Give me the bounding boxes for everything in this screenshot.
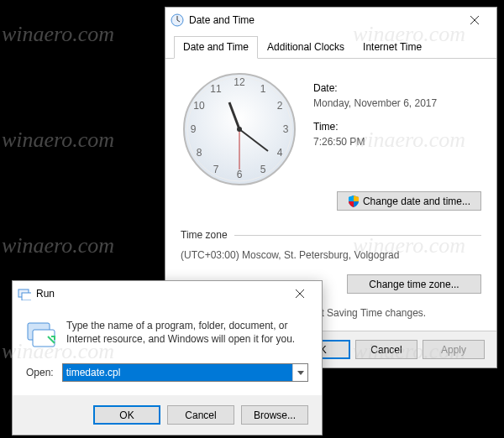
svg-point-22 [237, 127, 242, 132]
svg-text:2: 2 [277, 100, 283, 112]
svg-text:9: 9 [191, 123, 197, 135]
svg-text:1: 1 [260, 83, 266, 95]
change-timezone-button[interactable]: Change time zone... [347, 274, 481, 294]
time-value: 7:26:50 PM [313, 136, 481, 148]
clock-app-icon [171, 13, 184, 27]
date-label: Date: [313, 82, 481, 94]
change-date-time-button[interactable]: Change date and time... [337, 191, 481, 211]
cancel-button[interactable]: Cancel [355, 340, 417, 359]
watermark-text: winaero.com [2, 128, 114, 153]
tab-additional-clocks[interactable]: Additional Clocks [258, 36, 354, 58]
change-date-time-label: Change date and time... [363, 196, 470, 207]
browse-button[interactable]: Browse... [241, 405, 308, 425]
watermark-text: winaero.com [2, 22, 114, 47]
tab-date-and-time[interactable]: Date and Time [174, 36, 258, 59]
svg-text:12: 12 [234, 76, 245, 88]
titlebar[interactable]: Run [13, 281, 322, 306]
chevron-down-icon[interactable] [292, 364, 307, 381]
titlebar[interactable]: Date and Time [165, 8, 496, 33]
run-app-icon [18, 287, 31, 300]
close-icon[interactable] [458, 8, 491, 32]
run-big-icon [26, 320, 56, 350]
shield-icon [348, 196, 360, 207]
run-dialog: Run Type the name of a program, folder, … [12, 280, 323, 435]
time-label: Time: [313, 121, 481, 133]
close-icon[interactable] [283, 282, 317, 305]
cancel-button[interactable]: Cancel [167, 405, 234, 425]
open-input[interactable] [63, 364, 292, 381]
tab-strip: Date and Time Additional Clocks Internet… [165, 33, 496, 59]
open-combobox[interactable] [62, 363, 308, 382]
date-value: Monday, November 6, 2017 [313, 97, 481, 109]
svg-text:5: 5 [260, 164, 266, 175]
svg-text:7: 7 [213, 164, 219, 175]
timezone-value: (UTC+03:00) Moscow, St. Petersburg, Volg… [181, 249, 481, 261]
open-label: Open: [26, 367, 54, 378]
apply-button[interactable]: Apply [423, 340, 485, 359]
svg-text:11: 11 [210, 83, 222, 95]
svg-text:8: 8 [197, 147, 202, 159]
svg-rect-24 [22, 293, 31, 300]
timezone-header: Time zone [181, 229, 228, 241]
svg-text:4: 4 [277, 147, 283, 159]
divider [234, 235, 481, 236]
window-title: Run [36, 288, 283, 300]
svg-rect-28 [33, 330, 55, 347]
ok-button[interactable]: OK [93, 405, 160, 425]
svg-text:3: 3 [283, 123, 289, 135]
svg-text:10: 10 [193, 100, 205, 112]
run-message: Type the name of a program, folder, docu… [66, 320, 308, 346]
analog-clock: 12369 12 45 78 1011 [181, 70, 298, 188]
svg-text:6: 6 [237, 169, 243, 180]
watermark-text: winaero.com [2, 233, 114, 258]
window-title: Date and Time [189, 14, 458, 26]
tab-internet-time[interactable]: Internet Time [354, 36, 431, 58]
